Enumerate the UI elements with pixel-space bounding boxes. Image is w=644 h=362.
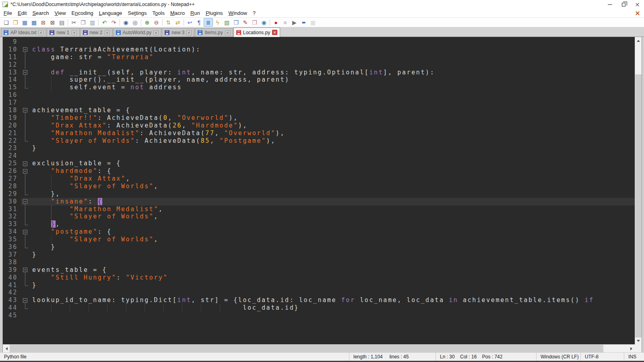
word-wrap-button[interactable]: ↩ [185,18,194,27]
tab-close-autoworld-py[interactable] [153,30,159,35]
code-text[interactable]: "Marathon Medalist": AchieveData(77, "Ov… [30,130,635,137]
menu-settings[interactable]: Settings [125,9,150,17]
define-language-button[interactable]: ϟ [213,18,222,27]
code-text[interactable] [30,91,635,99]
code-text[interactable] [30,259,635,266]
code-text[interactable]: loc_data.id} [30,304,635,312]
replace-button[interactable]: ◎ [130,18,140,27]
fold-margin[interactable] [21,266,30,274]
macro-record-button[interactable]: ● [271,18,281,27]
macro-stop-button[interactable]: ■ [281,18,290,27]
tab-autoworld-py[interactable]: AutoWorld.py [113,28,162,37]
fold-margin[interactable] [21,160,30,167]
menu-language[interactable]: Language [96,9,125,17]
code-text[interactable]: }, [30,190,635,198]
redo-button[interactable]: ↷ [109,18,118,27]
code-text[interactable]: "Timber!!": AchieveData(0, "Overworld"), [30,114,635,122]
indent-guide-button[interactable]: ≣ [204,18,213,27]
code-text[interactable]: } [30,243,635,251]
scroll-left-button[interactable] [3,345,10,352]
fold-margin[interactable] [21,107,30,114]
code-text[interactable]: }, [30,220,635,228]
vertical-scroll-track[interactable] [635,44,642,337]
menu-view[interactable]: View [52,9,69,17]
tab-ap-ideas-txt[interactable]: AP Ideas.txt [1,28,46,37]
copy-button[interactable]: ❐ [78,18,88,27]
vertical-scroll-thumb[interactable] [635,74,642,337]
code-text[interactable]: "insane": { [30,198,635,206]
code-text[interactable]: class TerrariaAchievement(Location): [30,46,635,53]
menu-file[interactable]: File [1,9,15,17]
show-all-characters-button[interactable]: ¶ [194,18,204,27]
horizontal-scroll-track[interactable] [10,345,628,352]
tab-new-3[interactable]: new 3 [162,28,194,37]
fold-collapse-icon[interactable] [23,298,27,302]
code-text[interactable]: "hardmode": { [30,167,635,175]
tab-close-locations-py[interactable] [272,30,277,35]
code-text[interactable]: self.event = not address [30,84,635,91]
fold-collapse-icon[interactable] [23,200,27,204]
code-text[interactable]: "Slayer of Worlds", [30,213,635,220]
save-file-button[interactable]: ▦ [20,18,29,27]
horizontal-scrollbar[interactable] [3,344,635,352]
code-text[interactable]: "Slayer of Worlds", [30,183,635,190]
status-insert-mode[interactable]: INS [624,353,644,361]
scroll-down-button[interactable] [635,337,642,344]
tab-close-new-1[interactable] [72,30,77,35]
find-button[interactable]: ◉ [121,18,130,27]
macro-save-button[interactable]: ▦ [308,18,318,27]
code-text[interactable] [30,312,635,319]
horizontal-scroll-thumb[interactable] [10,345,603,352]
menu-window[interactable]: Window [226,9,250,17]
code-text[interactable] [30,99,635,107]
minimize-button[interactable] [603,0,617,9]
menu-macro[interactable]: Macro [167,9,188,17]
close-document-button[interactable] [635,11,640,16]
tab-items-py[interactable]: Items.py [195,28,233,37]
code-text[interactable]: } [30,282,635,289]
fold-margin[interactable] [21,46,30,53]
fold-margin[interactable] [21,228,30,236]
close-file-button[interactable]: ⊠ [39,18,48,27]
tab-close-new-3[interactable] [186,30,192,35]
fold-margin[interactable] [21,296,30,304]
open-file-button[interactable]: ❐ [11,18,20,27]
macro-play-button[interactable]: ▶ [290,18,299,27]
code-text[interactable]: "postgame": { [30,228,635,236]
code-text[interactable] [30,38,635,46]
code-text[interactable]: super().__init__(player, name, address, … [30,76,635,84]
fold-collapse-icon[interactable] [23,47,27,52]
fold-collapse-icon[interactable] [23,230,27,234]
fold-collapse-icon[interactable] [23,108,27,113]
save-all-button[interactable]: ▩ [29,18,39,27]
menu-help[interactable]: ? [250,9,258,17]
paste-button[interactable]: ▥ [88,18,97,27]
code-text[interactable]: "Slayer of Worlds", [30,236,635,243]
monitoring-button[interactable]: ◉ [259,18,268,27]
fold-collapse-icon[interactable] [23,268,27,272]
code-text[interactable] [30,289,635,296]
fold-collapse-icon[interactable] [23,169,27,173]
code-text[interactable]: exclusion_table = { [30,160,635,167]
code-text[interactable] [30,61,635,69]
fold-collapse-icon[interactable] [23,70,27,75]
menu-tools[interactable]: Tools [150,9,167,17]
code-text[interactable]: game: str = "Terraria" [30,53,635,61]
code-text[interactable]: "Drax Attax": AchieveData(26, "Hardmode"… [30,122,635,130]
code-text[interactable]: lookup_id_to_name: typing.Dict[int, str]… [30,296,635,304]
macro-run-multiple-button[interactable]: ▸▸ [299,18,308,27]
sync-vertical-scroll-button[interactable]: ⇅ [164,18,173,27]
fold-collapse-icon[interactable] [23,161,27,166]
cut-button[interactable]: ✂ [69,18,78,27]
restore-button[interactable] [617,0,630,9]
menu-run[interactable]: Run [188,9,203,17]
scroll-right-button[interactable] [628,345,635,352]
sync-horizontal-scroll-button[interactable]: ⇄ [173,18,182,27]
menu-search[interactable]: Search [29,9,52,17]
vertical-scrollbar[interactable] [635,37,642,344]
code-text[interactable]: "Marathon Medalist", [30,206,635,213]
scroll-up-button[interactable] [635,37,642,44]
tab-new-1[interactable]: new 1 [47,28,79,37]
code-text[interactable]: "Slayer of Worlds": AchieveData(85, "Pos… [30,137,635,145]
print-button[interactable]: ▤ [57,18,66,27]
